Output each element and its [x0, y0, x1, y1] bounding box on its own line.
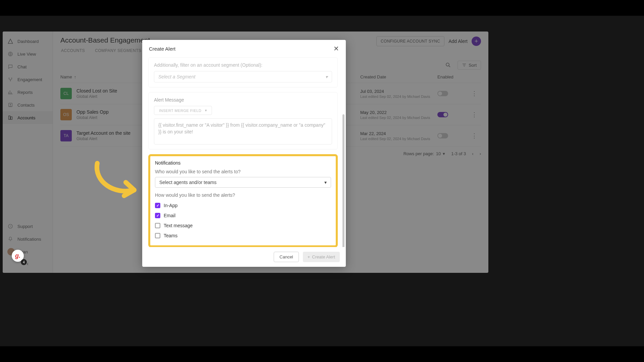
- modal-close-button[interactable]: ✕: [333, 45, 339, 53]
- notif-how-label: How would you like to send the alerts?: [155, 192, 331, 198]
- checkbox-icon: [155, 233, 160, 238]
- notif-who-label: Who would you like to send the alerts to…: [155, 169, 331, 174]
- extension-count-badge: 4: [21, 259, 27, 265]
- checkbox-icon: [155, 223, 160, 228]
- channel-teams[interactable]: Teams: [155, 231, 331, 241]
- notifications-title: Notifications: [155, 160, 331, 166]
- insert-merge-field-button[interactable]: INSERT MERGE FIELD ▾: [154, 106, 212, 115]
- filter-segment-card: Additionally, filter on an account segme…: [148, 57, 338, 87]
- create-alert-modal: Create Alert ✕ Additionally, filter on a…: [142, 40, 346, 267]
- alert-message-textarea[interactable]: {{ visitor.first_name or "A visitor" }} …: [154, 118, 332, 144]
- notifications-card: Notifications Who would you like to send…: [148, 154, 338, 247]
- chevron-down-icon: ▾: [205, 108, 207, 113]
- agents-teams-select[interactable]: Select agents and/or teams ▾: [155, 177, 331, 188]
- alert-message-label: Alert Message: [154, 97, 332, 103]
- channel-inapp[interactable]: In-App: [155, 200, 331, 210]
- segment-placeholder: Select a Segment: [158, 74, 196, 79]
- create-alert-button[interactable]: + Create Alert: [303, 252, 340, 262]
- alert-message-card: Alert Message INSERT MERGE FIELD ▾ {{ vi…: [148, 92, 338, 149]
- modal-body: Additionally, filter on an account segme…: [142, 57, 346, 247]
- chevron-down-icon: ▾: [324, 180, 327, 185]
- checkbox-icon: [155, 203, 160, 208]
- chevron-down-icon: ▾: [325, 74, 328, 79]
- channel-text[interactable]: Text message: [155, 221, 331, 231]
- modal-scrollbar[interactable]: [342, 114, 344, 247]
- segment-select[interactable]: Select a Segment ▾: [154, 71, 332, 82]
- modal-footer: Cancel + Create Alert: [142, 247, 346, 267]
- cancel-button[interactable]: Cancel: [274, 252, 299, 262]
- filter-label: Additionally, filter on an account segme…: [154, 62, 332, 68]
- checkbox-icon: [155, 213, 160, 218]
- close-icon: ✕: [333, 45, 339, 52]
- plus-icon: +: [308, 254, 310, 259]
- modal-header: Create Alert ✕: [142, 40, 346, 57]
- channel-email[interactable]: Email: [155, 210, 331, 221]
- modal-title: Create Alert: [149, 46, 175, 52]
